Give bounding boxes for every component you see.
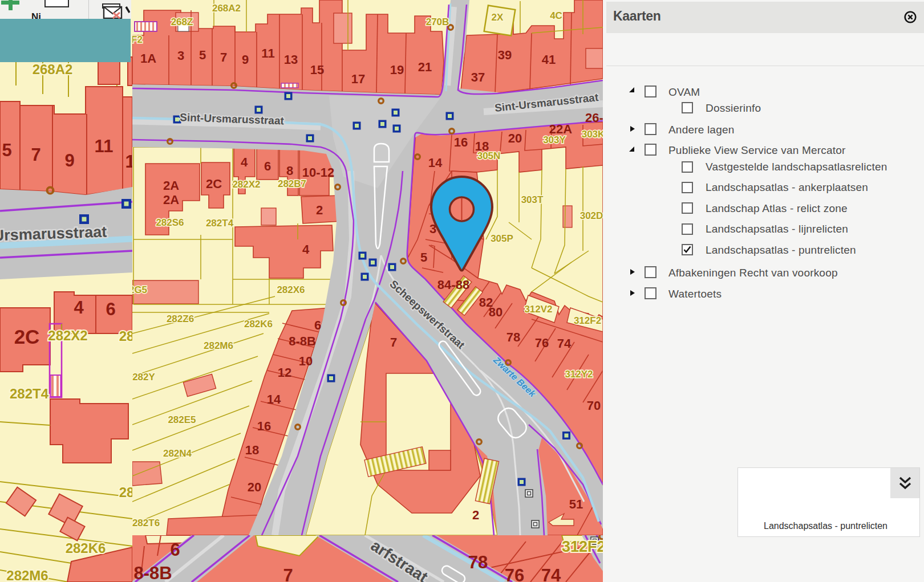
svg-text:1: 1 [125, 152, 132, 172]
svg-text:312F2: 312F2 [562, 538, 603, 555]
svg-text:6: 6 [106, 299, 115, 319]
svg-text:10: 10 [299, 354, 313, 368]
svg-text:14: 14 [267, 392, 281, 406]
svg-text:312Y2: 312Y2 [565, 369, 593, 380]
svg-text:2X: 2X [492, 12, 504, 23]
svg-text:6: 6 [264, 159, 271, 173]
svg-text:268Z: 268Z [171, 17, 193, 27]
svg-text:5: 5 [2, 140, 11, 160]
svg-text:5: 5 [420, 250, 427, 264]
svg-text:270B: 270B [426, 17, 449, 27]
svg-text:8-8B: 8-8B [133, 563, 172, 582]
svg-text:4: 4 [241, 155, 248, 169]
svg-text:5: 5 [199, 48, 206, 62]
svg-text:7: 7 [31, 145, 40, 165]
svg-text:305P: 305P [491, 233, 513, 244]
svg-text:6: 6 [314, 318, 321, 332]
svg-text:70: 70 [587, 398, 601, 413]
svg-text:312F2: 312F2 [574, 315, 601, 326]
svg-text:7: 7 [220, 50, 227, 64]
svg-text:15: 15 [310, 63, 324, 77]
svg-text:2A: 2A [163, 193, 179, 207]
svg-text:282B7: 282B7 [278, 178, 306, 189]
svg-text:282Z6: 282Z6 [167, 314, 194, 324]
svg-text:282N4: 282N4 [163, 448, 192, 459]
svg-text:2C: 2C [206, 177, 222, 191]
svg-text:3: 3 [177, 48, 184, 63]
svg-text:282K6: 282K6 [66, 540, 106, 556]
svg-text:F2: F2 [132, 34, 143, 45]
svg-text:9: 9 [242, 52, 249, 67]
svg-text:282T4: 282T4 [206, 218, 234, 229]
svg-text:312V2: 312V2 [524, 304, 552, 315]
svg-text:20: 20 [508, 131, 522, 145]
svg-text:13: 13 [284, 52, 298, 67]
svg-text:12: 12 [278, 365, 291, 380]
svg-text:37: 37 [471, 70, 485, 84]
svg-text:26-: 26- [585, 111, 603, 125]
svg-text:8: 8 [286, 164, 293, 178]
svg-text:282T4: 282T4 [10, 386, 49, 401]
svg-text:282T6: 282T6 [132, 518, 160, 528]
svg-text:282X2: 282X2 [48, 328, 87, 343]
svg-text:303T: 303T [521, 194, 544, 205]
svg-text:76: 76 [535, 336, 549, 350]
svg-text:41: 41 [542, 52, 556, 67]
svg-text:282X6: 282X6 [277, 284, 305, 295]
svg-text:76: 76 [505, 565, 524, 582]
svg-text:282M6: 282M6 [204, 340, 233, 351]
svg-text:303Y: 303Y [543, 135, 566, 145]
svg-text:282K6: 282K6 [244, 319, 273, 329]
svg-text:84-88: 84-88 [437, 278, 469, 292]
svg-text:51: 51 [569, 497, 583, 511]
svg-text:2: 2 [316, 203, 323, 217]
svg-text:74: 74 [557, 336, 572, 351]
svg-text:2C: 2C [14, 325, 40, 348]
svg-text:268A2: 268A2 [33, 62, 73, 77]
svg-text:8-8B: 8-8B [289, 334, 316, 348]
svg-text:2G5: 2G5 [132, 284, 147, 295]
svg-text:39: 39 [498, 48, 512, 62]
svg-text:282Y: 282Y [132, 372, 155, 382]
svg-text:2: 2 [472, 508, 479, 522]
svg-text:4C: 4C [550, 10, 562, 21]
svg-text:305N: 305N [477, 150, 501, 161]
svg-text:7: 7 [390, 335, 397, 349]
svg-text:9: 9 [64, 150, 74, 170]
svg-text:6: 6 [170, 540, 180, 560]
svg-text:28: 28 [119, 328, 132, 344]
svg-text:10-12: 10-12 [302, 165, 334, 180]
svg-text:11: 11 [95, 136, 114, 156]
svg-text:74: 74 [541, 565, 561, 582]
svg-text:19: 19 [390, 63, 404, 77]
svg-text:20: 20 [248, 480, 261, 494]
svg-text:14: 14 [428, 156, 443, 170]
svg-text:282X2: 282X2 [232, 179, 260, 190]
svg-text:4: 4 [74, 298, 84, 318]
svg-text:4: 4 [302, 242, 310, 257]
svg-text:2A: 2A [163, 178, 179, 193]
svg-text:28: 28 [119, 485, 132, 500]
svg-text:303K: 303K [582, 129, 603, 140]
svg-text:1A: 1A [140, 51, 156, 66]
svg-text:282S6: 282S6 [156, 217, 184, 228]
svg-text:80: 80 [489, 305, 502, 319]
svg-text:282E5: 282E5 [168, 414, 196, 425]
svg-text:17: 17 [351, 72, 365, 86]
svg-text:16: 16 [454, 135, 468, 149]
svg-text:16: 16 [257, 419, 271, 433]
svg-text:7: 7 [283, 565, 293, 582]
svg-text:302D: 302D [580, 210, 603, 221]
svg-text:21: 21 [418, 60, 432, 74]
svg-text:18: 18 [245, 443, 259, 457]
svg-text:268A2: 268A2 [212, 3, 241, 14]
svg-text:282M6: 282M6 [6, 568, 48, 582]
svg-text:78: 78 [468, 552, 488, 572]
svg-text:78: 78 [506, 330, 520, 344]
svg-text:11: 11 [261, 46, 274, 60]
